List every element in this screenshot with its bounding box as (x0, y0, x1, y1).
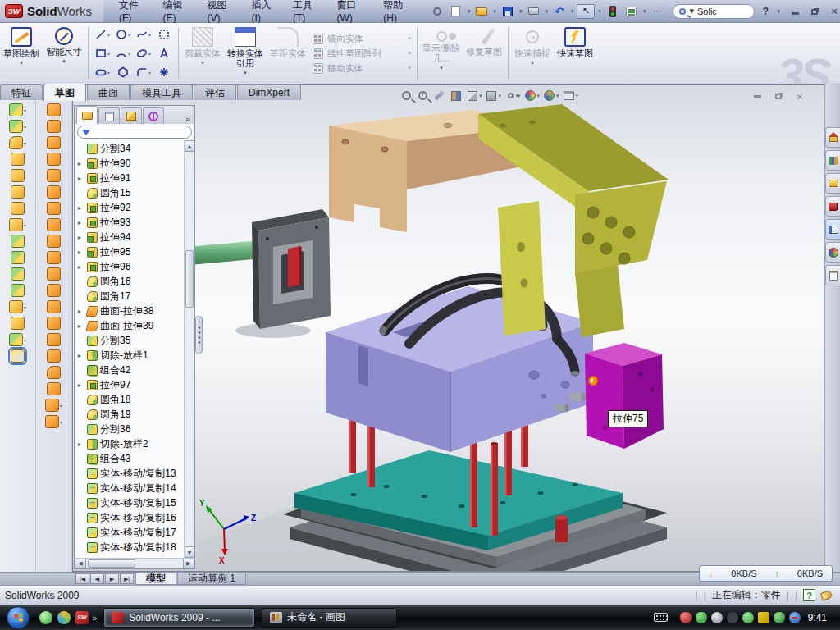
sketch-fillet-icon[interactable]: ▾ (134, 63, 153, 81)
tree-filter-input[interactable] (77, 126, 192, 139)
task-pane-tab[interactable] (825, 196, 840, 217)
smart-dimension-button[interactable]: 智能尺寸▾ (43, 23, 85, 84)
tree-item[interactable]: ▸ 实体-移动/复制18 (75, 540, 184, 555)
view-tool-icon[interactable] (523, 89, 537, 103)
tree-item[interactable]: ▸ 圆角15 (75, 185, 184, 200)
toolbar-overflow-icon[interactable]: ⋯ (649, 4, 665, 19)
tree-item[interactable]: ▸ 实体-移动/复制14 (75, 481, 184, 495)
text-tool-icon[interactable] (154, 44, 174, 62)
expand-arrow-icon[interactable]: ▸ (78, 352, 84, 359)
surface-tool-button[interactable] (47, 382, 62, 395)
dropdown-caret-icon[interactable]: ▾ (479, 93, 482, 99)
print-button[interactable] (525, 4, 541, 19)
trim-entities-button[interactable]: 剪裁实体▾ (181, 23, 224, 84)
options-button[interactable] (623, 4, 640, 19)
surface-tool-button[interactable] (47, 169, 62, 182)
new-file-button[interactable] (448, 4, 464, 19)
feature-tool-button[interactable]: ▾ (9, 103, 26, 116)
point-tool-icon[interactable] (154, 63, 174, 81)
rectangle-tool-icon[interactable]: ▾ (93, 44, 112, 62)
arc-tool-icon[interactable]: ▾ (113, 44, 133, 62)
tree-item[interactable]: ▸ 曲面-拉伸38 (75, 304, 184, 318)
tray-icon[interactable] (680, 612, 692, 623)
tree-item[interactable]: ▸ 拉伸92 (75, 200, 184, 215)
close-button[interactable]: × (829, 5, 840, 17)
view-tool-icon[interactable] (399, 89, 413, 103)
tree-item[interactable]: ▸ 分割36 (75, 422, 184, 436)
tree-item[interactable]: ▸ 实体-移动/复制13 (75, 466, 184, 481)
feature-tool-button[interactable] (11, 284, 25, 297)
task-pane-tab[interactable] (825, 150, 840, 171)
tree-item[interactable]: ▸ 拉伸93 (75, 215, 184, 230)
feature-tool-button[interactable]: ▾ (9, 218, 26, 231)
quick-tips-icon[interactable]: ? (803, 589, 815, 601)
tray-icon[interactable] (758, 612, 769, 623)
tab-model[interactable]: 模型 (135, 573, 176, 585)
expand-arrow-icon[interactable]: ▸ (78, 204, 84, 212)
quick-launch-overflow-icon[interactable]: » (92, 613, 97, 623)
dropdown-caret-icon[interactable]: ▾ (537, 93, 541, 99)
panel-splitter-handle[interactable]: ◂◂◂◂ (195, 316, 203, 354)
slot-tool-icon[interactable]: ▾ (93, 63, 112, 81)
pattern-stack-item[interactable]: 线性草图阵列 ▾ (313, 48, 411, 60)
expand-arrow-icon[interactable]: ▸ (78, 263, 84, 271)
pattern-stack-item[interactable]: 移动实体 ▾ (313, 62, 411, 75)
view-tool-icon[interactable] (465, 89, 479, 103)
ribbon-tab[interactable]: DimXpert (237, 84, 301, 100)
tree-item[interactable]: ▸ 分割34 (75, 141, 184, 156)
expand-arrow-icon[interactable]: ▸ (78, 219, 84, 226)
tree-item[interactable]: ▸ 拉伸94 (75, 230, 184, 244)
scroll-right-button[interactable]: ▶ (183, 559, 194, 568)
ribbon-tab[interactable]: 曲面 (87, 84, 130, 100)
surface-tool-button[interactable] (47, 267, 62, 281)
task-pane-tab[interactable] (825, 173, 840, 194)
feature-tool-button[interactable] (11, 349, 25, 363)
view-tool-icon[interactable] (449, 89, 463, 103)
dropdown-caret-icon[interactable]: ▾ (518, 93, 521, 99)
repair-sketch-button[interactable]: 修复草图 (463, 23, 505, 84)
surface-tool-button[interactable] (47, 349, 62, 363)
ribbon-tab[interactable]: 草图 (43, 84, 86, 101)
expand-arrow-icon[interactable]: ▸ (78, 441, 84, 448)
quick-launch-solidworks-icon[interactable]: SW (75, 611, 89, 624)
tray-icon[interactable] (711, 612, 723, 623)
circle-tool-icon[interactable]: ▾ (113, 25, 133, 43)
tree-item[interactable]: ▸ 实体-移动/复制16 (75, 510, 184, 525)
feature-tool-button[interactable] (11, 202, 25, 215)
surface-tool-button[interactable]: ▾ (45, 415, 62, 428)
tree-item[interactable]: ▸ 拉伸90 (75, 156, 184, 171)
selection-box-icon[interactable] (154, 25, 174, 43)
tab-nav-button[interactable]: |◀ (75, 573, 89, 584)
tree-item[interactable]: ▸ 切除-放样1 (75, 348, 184, 363)
expand-arrow-icon[interactable]: ▸ (78, 175, 84, 182)
rebuild-icon[interactable] (605, 4, 621, 19)
taskbar-window-button[interactable]: SolidWorks 2009 - ... (103, 608, 255, 628)
save-button[interactable] (500, 4, 516, 19)
undo-button[interactable]: ↶ (551, 4, 568, 19)
search-input[interactable]: ▾ Solic (673, 4, 755, 19)
expand-arrow-icon[interactable]: ▸ (78, 381, 84, 389)
surface-tool-button[interactable] (47, 235, 62, 248)
surface-tool-button[interactable] (47, 366, 62, 379)
tree-item[interactable]: ▸ 实体-移动/复制17 (75, 525, 184, 540)
surface-tool-button[interactable] (47, 103, 62, 116)
feature-tool-button[interactable] (11, 267, 25, 281)
dropdown-caret-icon[interactable]: ▾ (499, 93, 502, 99)
surface-tool-button[interactable] (47, 202, 62, 215)
task-pane-tab[interactable] (825, 265, 840, 285)
keyboard-layout-icon[interactable] (654, 613, 668, 622)
expand-arrow-icon[interactable]: ▸ (78, 249, 84, 256)
tray-icon[interactable] (727, 612, 738, 623)
taskbar-window-button[interactable]: 未命名 - 画图 (262, 608, 397, 628)
surface-tool-button[interactable] (47, 284, 62, 297)
tab-motion-study[interactable]: 运动算例 1 (177, 573, 246, 585)
scrollbar-thumb[interactable] (185, 250, 194, 308)
surface-tool-button[interactable] (47, 251, 62, 264)
ribbon-tab[interactable]: 评估 (194, 84, 236, 100)
spline-tool-icon[interactable]: ▾ (134, 25, 153, 43)
tree-item[interactable]: ▸ 拉伸95 (75, 244, 184, 259)
scroll-left-button[interactable]: ◀ (75, 559, 86, 568)
task-pane-tab[interactable] (825, 219, 840, 240)
scroll-up-button[interactable]: ▲ (185, 140, 194, 152)
polygon-tool-icon[interactable] (113, 63, 133, 81)
